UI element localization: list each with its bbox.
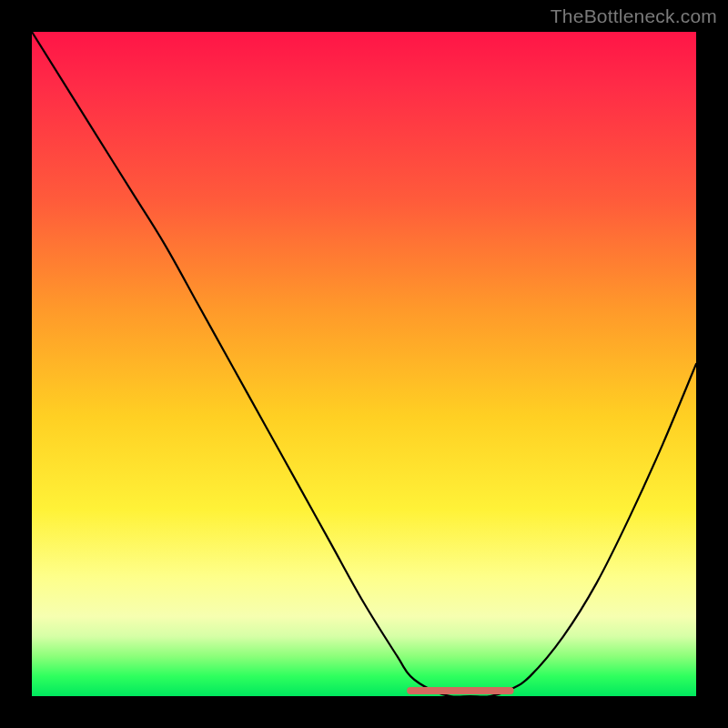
bottleneck-curve — [32, 32, 696, 696]
plot-area — [32, 32, 696, 696]
watermark-text: TheBottleneck.com — [551, 5, 717, 27]
chart-svg — [32, 32, 696, 696]
chart-frame: TheBottleneck.com — [0, 0, 728, 728]
